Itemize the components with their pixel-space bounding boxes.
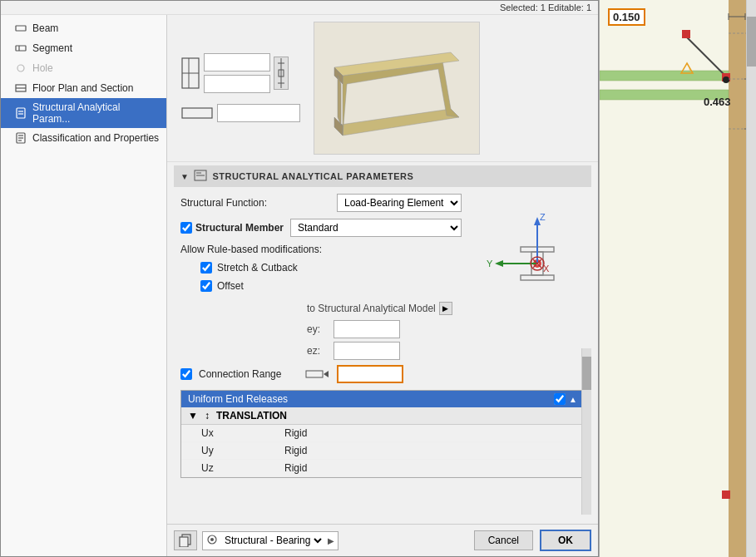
sidebar-item-segment[interactable]: Segment xyxy=(1,38,166,58)
top-section: 0.460 0.240 xyxy=(167,15,598,162)
sidebar-label-beam: Beam xyxy=(32,22,58,34)
svg-text:X: X xyxy=(543,264,550,274)
structural-member-row: Structural Member xyxy=(180,222,284,234)
dim-chain-btn[interactable] xyxy=(274,57,289,90)
svg-point-3 xyxy=(17,65,24,71)
table-scrollbar[interactable] xyxy=(581,348,591,515)
offset-checkbox[interactable] xyxy=(200,280,212,292)
width-height-row: 0.460 0.240 xyxy=(180,53,300,93)
cancel-button[interactable]: Cancel xyxy=(474,530,533,550)
structural-function-label: Structural Function: xyxy=(180,197,330,209)
table-row-uy: Uy Rigid xyxy=(181,442,584,460)
structural-function-select[interactable]: Load-Bearing Element xyxy=(337,194,462,212)
beam-preview xyxy=(314,22,480,155)
classification-icon xyxy=(14,131,27,145)
analytical-model-label: to Structural Analytical Model xyxy=(307,303,436,314)
ok-button[interactable]: OK xyxy=(540,530,591,551)
scrollbar-thumb[interactable] xyxy=(582,357,591,390)
hole-icon xyxy=(14,62,27,75)
uy-value: Rigid xyxy=(284,445,307,456)
ez-row: ez: 0.000 xyxy=(174,340,468,362)
width-height-icon xyxy=(180,65,200,81)
sidebar-item-floor-plan[interactable]: Floor Plan and Section xyxy=(1,78,166,98)
svg-text:Y: Y xyxy=(487,259,493,269)
standard-select[interactable]: Standard xyxy=(290,219,462,237)
translation-label: TRANSLATION xyxy=(216,410,287,421)
axis-diagram: Z Y X xyxy=(468,190,598,387)
length-row: 3.250 xyxy=(180,103,300,123)
cad-panel: ! 0.150 0.463 xyxy=(599,0,756,557)
dim-value-463: 0.463 xyxy=(704,96,731,108)
status-bar: Selected: 1 Editable: 1 xyxy=(1,1,598,15)
beam-icon xyxy=(14,22,27,35)
sidebar-label-structural: Structural Analytical Param... xyxy=(32,101,160,125)
select-arrow: ▶ xyxy=(328,536,334,545)
table-scroll-up[interactable]: ▲ xyxy=(569,395,577,404)
svg-rect-34 xyxy=(521,275,554,280)
uniform-end-releases-table: Uniform End Releases ▲ ▼ ↕ TRANSLATION U… xyxy=(180,390,585,478)
segment-icon xyxy=(14,42,27,55)
structural-member-checkbox[interactable] xyxy=(180,222,192,234)
svg-rect-58 xyxy=(682,30,690,38)
copy-button[interactable] xyxy=(174,530,197,550)
cad-scrollbar-thumb[interactable] xyxy=(747,17,756,67)
sidebar-label-floor-plan: Floor Plan and Section xyxy=(32,82,133,94)
svg-rect-20 xyxy=(182,108,212,118)
stretch-cutback-row: Stretch & Cutback xyxy=(194,259,462,277)
uniform-end-releases-label: Uniform End Releases xyxy=(188,393,554,405)
structural-member-label: Structural Member xyxy=(195,222,284,234)
table-row-ux: Ux Rigid xyxy=(181,425,584,442)
height-input[interactable]: 0.240 xyxy=(204,75,270,93)
sidebar-label-hole: Hole xyxy=(32,62,53,74)
connection-range-checkbox[interactable] xyxy=(180,368,192,380)
sidebar-item-hole: Hole xyxy=(1,58,166,78)
translation-expand[interactable]: ▼ xyxy=(188,410,198,421)
svg-point-50 xyxy=(210,538,214,541)
table-header: Uniform End Releases ▲ xyxy=(181,391,584,407)
cad-scrollbar[interactable] xyxy=(746,0,756,557)
structural-bearing-select[interactable]: Structural - Bearing xyxy=(221,534,324,547)
sidebar-label-segment: Segment xyxy=(32,42,72,54)
stretch-cutback-checkbox[interactable] xyxy=(200,262,212,274)
svg-rect-1 xyxy=(16,46,26,51)
structural-icon-small xyxy=(194,169,207,184)
dim-label-150: 0.150 xyxy=(608,8,645,26)
svg-marker-25 xyxy=(334,117,343,136)
svg-marker-26 xyxy=(338,76,341,126)
sidebar: Beam Segment Hole xyxy=(1,15,167,556)
ez-input[interactable]: 0.000 xyxy=(334,342,400,360)
uz-key: Uz xyxy=(201,462,284,474)
sidebar-item-structural[interactable]: Structural Analytical Param... xyxy=(1,98,166,128)
ey-input[interactable]: 0.000 xyxy=(334,320,400,338)
right-panel: 0.460 0.240 xyxy=(167,15,598,556)
analytical-model-row: to Structural Analytical Model ▶ xyxy=(174,298,468,318)
dim-label-463: 0.463 xyxy=(704,96,731,108)
uniform-end-releases-checkbox[interactable] xyxy=(554,393,566,405)
sidebar-item-beam[interactable]: Beam xyxy=(1,18,166,38)
ey-row: ey: 0.000 xyxy=(174,318,468,340)
width-input[interactable]: 0.460 xyxy=(204,53,270,71)
rule-based-section: Allow Rule-based modifications: Stretch … xyxy=(174,240,468,298)
offset-row: Offset xyxy=(194,277,462,295)
table-row-uz: Uz Rigid xyxy=(181,460,584,477)
svg-text:Z: Z xyxy=(540,212,546,222)
length-input[interactable]: 3.250 xyxy=(217,104,300,122)
connection-range-row: Connection Range 0.150 xyxy=(174,362,468,387)
svg-marker-31 xyxy=(324,371,329,377)
sidebar-item-classification[interactable]: Classification and Properties xyxy=(1,128,166,148)
dim-value-150: 0.150 xyxy=(613,11,640,23)
params-section: ▼ STRUCTURAL ANALYTICAL PARAMETERS xyxy=(167,162,598,524)
connection-range-input[interactable]: 0.150 xyxy=(337,365,403,383)
svg-rect-0 xyxy=(16,26,26,31)
section-header-structural: ▼ STRUCTURAL ANALYTICAL PARAMETERS xyxy=(174,165,591,187)
svg-point-62 xyxy=(723,76,729,83)
bottom-bar: Structural - Bearing ▶ Cancel OK xyxy=(167,524,598,556)
section-toggle[interactable]: ▼ xyxy=(180,172,189,181)
svg-rect-52 xyxy=(729,0,747,557)
svg-rect-48 xyxy=(180,537,188,547)
dialog-body: Beam Segment Hole xyxy=(1,15,598,556)
status-text: Selected: 1 Editable: 1 xyxy=(500,2,591,12)
ux-key: Ux xyxy=(201,427,284,439)
structural-bearing-wrap: Structural - Bearing ▶ xyxy=(202,531,338,550)
analytical-model-arrow-btn[interactable]: ▶ xyxy=(439,302,452,315)
